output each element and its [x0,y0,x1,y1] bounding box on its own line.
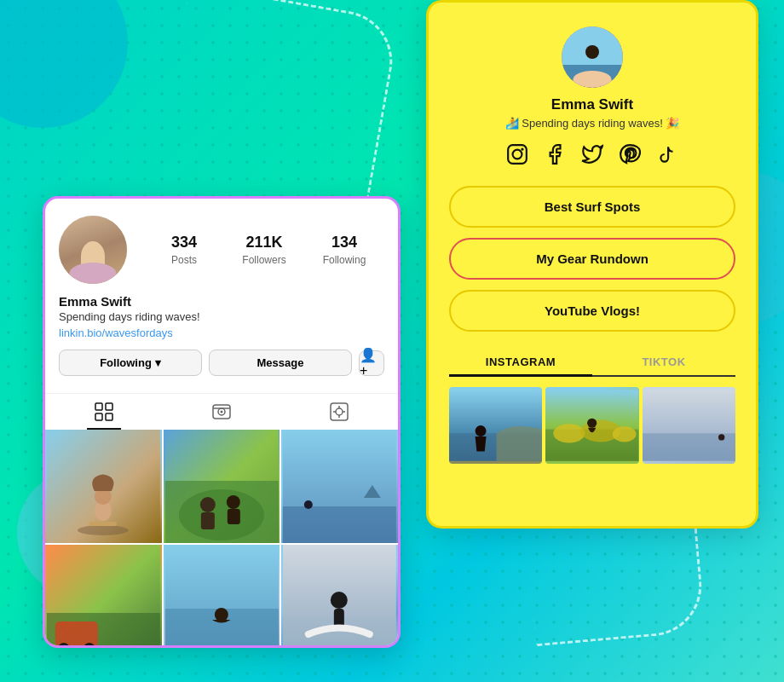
ig-tabs [45,393,398,430]
ig-grid-photo-1[interactable] [45,430,162,543]
svg-point-35 [331,592,348,609]
ig-stat-following: 134 Following [304,234,384,267]
following-label: Following [100,356,152,369]
svg-rect-0 [95,403,102,410]
add-person-icon: 👤+ [360,347,383,379]
svg-point-50 [554,424,585,442]
instagram-card: 334 Posts 211K Followers 134 Following E… [43,196,401,648]
ig-grid-photo-3[interactable] [281,430,398,543]
facebook-icon[interactable] [544,143,566,170]
ig-stat-posts: 334 Posts [144,234,224,267]
ig-message-button[interactable]: Message [209,350,352,376]
svg-rect-23 [283,506,396,543]
svg-point-17 [178,489,263,540]
linktree-card: Emma Swift 🏄 Spending days riding waves!… [426,0,758,529]
lt-tab-tiktok[interactable]: TIKTOK [592,349,735,375]
instagram-icon[interactable] [506,143,528,170]
ig-grid-photo-2[interactable] [164,430,280,543]
ig-following-button[interactable]: Following ▾ [59,350,202,376]
lt-preview-image-1[interactable] [449,387,542,464]
svg-rect-12 [89,522,117,526]
lt-bio: 🏄 Spending days riding waves! 🎉 [505,117,680,130]
svg-rect-42 [508,145,527,164]
lt-tab-instagram[interactable]: INSTAGRAM [449,349,592,375]
svg-point-56 [718,434,724,440]
ig-grid-photo-4[interactable] [45,545,162,648]
svg-rect-21 [227,509,239,524]
ig-following-label: Following [323,254,366,266]
ig-link[interactable]: linkin.bio/wavesfordays [59,327,384,339]
tiktok-icon[interactable] [656,143,678,170]
lt-preview-image-2[interactable] [545,387,638,464]
lt-social-icons [506,143,678,170]
lt-preview-image-3[interactable] [643,387,735,464]
ig-following-count: 134 [304,234,384,251]
ig-avatar [59,216,127,284]
svg-point-18 [199,497,215,512]
lt-preview-images [449,387,735,464]
ig-photo-grid [45,430,398,648]
svg-point-11 [78,525,129,535]
ig-grid-photo-5[interactable] [164,545,280,648]
lt-content-tabs: INSTAGRAM TIKTOK [449,349,735,377]
ig-bio: Spending days riding waves! [59,310,384,323]
svg-point-52 [613,426,637,442]
svg-point-9 [336,408,343,415]
twitter-icon[interactable] [581,143,603,170]
lt-link-surf-spots[interactable]: Best Surf Spots [449,186,735,228]
chevron-down-icon: ▾ [155,356,161,369]
ig-username: Emma Swift [59,294,384,309]
svg-point-41 [585,45,599,59]
svg-rect-3 [106,413,112,420]
ig-profile-section: 334 Posts 211K Followers 134 Following E… [45,199,398,390]
lt-link-youtube-vlogs[interactable]: YouTube Vlogs! [449,290,735,332]
svg-rect-2 [95,413,102,420]
lt-name: Emma Swift [551,96,633,113]
svg-point-6 [221,411,223,413]
lt-avatar [562,26,623,88]
ig-tab-reels[interactable] [163,394,280,430]
svg-point-53 [587,419,597,428]
ig-tab-tagged[interactable] [280,394,398,430]
lt-link-gear-rundown[interactable]: My Gear Rundown [449,238,735,280]
svg-point-24 [304,500,313,509]
ig-posts-label: Posts [171,254,197,266]
svg-point-32 [214,608,228,621]
ig-tab-grid[interactable] [45,394,163,430]
ig-stats-row: 334 Posts 211K Followers 134 Following [59,216,384,284]
ig-posts-count: 334 [144,234,224,251]
svg-point-43 [513,150,522,159]
message-label: Message [257,356,304,369]
svg-point-44 [521,147,523,150]
svg-point-47 [476,425,487,436]
ig-avatar-image [59,216,127,284]
ig-actions: Following ▾ Message 👤+ [59,350,384,376]
svg-rect-19 [200,512,214,529]
ig-followers-count: 211K [224,234,304,251]
ig-stat-followers: 211K Followers [224,234,304,267]
svg-rect-1 [106,403,112,410]
svg-point-20 [226,495,239,509]
pinterest-icon[interactable] [619,143,641,170]
bg-blob-1 [0,0,128,128]
ig-grid-photo-6[interactable] [281,545,398,648]
ig-add-button[interactable]: 👤+ [359,350,384,376]
svg-rect-40 [562,65,623,88]
ig-followers-label: Followers [242,254,285,266]
